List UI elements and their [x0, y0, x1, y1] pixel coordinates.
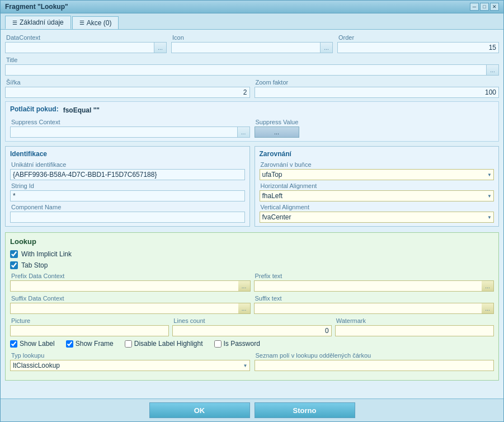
checkboxes-row: Show Label Show Frame Disable Label High… — [10, 340, 494, 348]
prefix-text-field-group: Prefix text ... — [254, 273, 494, 292]
componentname-field-group: Component Name — [10, 204, 245, 223]
show-label-group: Show Label — [10, 340, 55, 348]
tab-stop-checkbox[interactable] — [10, 261, 18, 269]
suffix-text-label: Suffix text — [254, 295, 494, 302]
suppress-section: Potlačit pokud: fsoEqual "" Suppress Con… — [5, 101, 499, 142]
tab-actions-label: Akce (0) — [87, 19, 112, 27]
suffix-text-input-wrapper: ... — [254, 303, 494, 314]
order-input[interactable] — [337, 42, 499, 53]
tab-basic-label: Základní údaje — [20, 18, 64, 26]
lookup-section: Lookup With Implicit Link Tab Stop Prefi… — [5, 232, 499, 381]
suffix-dc-input[interactable] — [10, 303, 238, 314]
prefix-text-browse-btn[interactable]: ... — [482, 280, 494, 292]
zoom-input[interactable] — [255, 87, 500, 98]
order-field-group: Order — [337, 34, 499, 53]
main-content: DataContext ... Icon ... Order Title — [1, 30, 503, 398]
footer-bar: OK Storno — [1, 398, 503, 421]
lines-count-input[interactable] — [172, 325, 331, 336]
prefix-dc-input-wrapper: ... — [10, 280, 251, 292]
picture-input[interactable] — [10, 325, 169, 336]
vert-align-select-wrapper: fvaCenter — [260, 212, 494, 223]
show-label-checkbox[interactable] — [10, 340, 17, 348]
suffix-text-browse-btn[interactable]: ... — [482, 303, 494, 314]
watermark-label: Watermark — [335, 317, 494, 324]
sirka-input[interactable] — [5, 87, 250, 98]
show-frame-checkbox[interactable] — [66, 340, 73, 348]
with-implicit-link-checkbox[interactable] — [10, 250, 18, 258]
zarovnani-title: Zarovnání — [260, 150, 494, 158]
is-password-checkbox[interactable] — [214, 340, 222, 348]
suppress-value-label: Suppress Value — [255, 119, 494, 125]
tab-actions[interactable]: ☰ Akce (0) — [72, 16, 119, 29]
icon-input[interactable] — [171, 42, 321, 53]
show-label-label: Show Label — [20, 340, 55, 348]
prefix-text-input[interactable] — [254, 280, 482, 292]
suppress-context-field-group: Suppress Context ... — [10, 119, 250, 138]
row-sirka-zoom: Šířka Zoom faktor — [5, 79, 499, 98]
suppress-value-field-group: Suppress Value ... — [255, 119, 494, 138]
seznam-poli-label: Seznam polí v lookupu oddělených čárkou — [255, 352, 494, 359]
cancel-button[interactable]: Storno — [255, 402, 355, 418]
picture-label: Picture — [10, 317, 169, 324]
minimize-button[interactable]: ─ — [470, 3, 479, 11]
horiz-align-label: Horizontal Alignment — [260, 182, 494, 189]
typ-lookupu-select[interactable]: ltClassicLookup — [10, 360, 250, 371]
suppress-context-input[interactable] — [10, 126, 238, 138]
uniqueid-input[interactable] — [10, 169, 245, 180]
suffix-dc-input-wrapper: ... — [10, 303, 251, 314]
seznam-poli-input[interactable] — [255, 360, 494, 371]
tab-bar: ☰ Základní údaje ☰ Akce (0) — [1, 13, 503, 30]
disable-label-highlight-group: Disable Label Highlight — [125, 340, 203, 348]
suffix-text-field-group: Suffix text ... — [254, 295, 494, 314]
watermark-input[interactable] — [335, 325, 494, 336]
disable-label-highlight-checkbox[interactable] — [125, 340, 132, 348]
datacontext-input-wrapper: ... — [5, 42, 167, 53]
horiz-align-select[interactable]: fhaLeft — [260, 190, 494, 201]
ok-button[interactable]: OK — [149, 402, 250, 418]
vert-align-select[interactable]: fvaCenter — [260, 212, 494, 223]
typ-lookupu-field-group: Typ lookupu ltClassicLookup — [10, 352, 250, 371]
show-frame-group: Show Frame — [66, 340, 114, 348]
datacontext-field-group: DataContext ... — [5, 34, 167, 53]
picture-field-group: Picture — [10, 317, 169, 336]
main-window: Fragment "Lookup" ─ □ ✕ ☰ Základní údaje… — [0, 0, 504, 422]
sirka-label: Šířka — [5, 79, 250, 86]
prefix-text-input-wrapper: ... — [254, 280, 494, 292]
cell-align-select-wrapper: ufaTop — [260, 169, 494, 180]
tab-stop-row: Tab Stop — [10, 261, 494, 269]
datacontext-input[interactable] — [5, 42, 154, 53]
suffix-dc-field-group: Suffix Data Context ... — [10, 295, 251, 314]
typ-lookupu-select-wrapper: ltClassicLookup — [10, 360, 250, 371]
suffix-text-input[interactable] — [254, 303, 482, 314]
datacontext-browse-btn[interactable]: ... — [154, 42, 167, 53]
title-browse-btn[interactable]: ... — [487, 64, 499, 76]
with-implicit-link-label: With Implicit Link — [21, 250, 72, 258]
stringid-input[interactable] — [10, 190, 245, 201]
cell-align-field-group: Zarovnání v buňce ufaTop — [260, 161, 494, 180]
close-button[interactable]: ✕ — [490, 3, 499, 11]
suppress-context-browse-btn[interactable]: ... — [238, 126, 250, 138]
icon-browse-btn[interactable]: ... — [321, 42, 333, 53]
title-field-group: Title ... — [5, 57, 499, 76]
suppress-row: Suppress Context ... Suppress Value ... — [10, 119, 494, 138]
cell-align-select[interactable]: ufaTop — [260, 169, 494, 180]
lookup-title: Lookup — [10, 237, 494, 246]
maximize-button[interactable]: □ — [480, 3, 489, 11]
vert-align-field-group: Vertical Alignment fvaCenter — [260, 204, 494, 223]
title-input[interactable] — [5, 64, 487, 76]
prefix-dc-label: Prefix Data Context — [10, 273, 251, 279]
icon-label: Icon — [171, 34, 333, 41]
prefix-row: Prefix Data Context ... Prefix text ... — [10, 273, 494, 292]
suffix-dc-browse-btn[interactable]: ... — [238, 303, 251, 314]
prefix-dc-browse-btn[interactable]: ... — [238, 280, 251, 292]
prefix-dc-input[interactable] — [10, 280, 238, 292]
title-label: Title — [5, 57, 499, 63]
tab-basic[interactable]: ☰ Základní údaje — [5, 16, 71, 29]
componentname-input[interactable] — [10, 212, 245, 223]
vert-align-label: Vertical Alignment — [260, 204, 494, 210]
picture-lines-watermark-row: Picture Lines count Watermark — [10, 317, 494, 336]
zarovnani-section: Zarovnání Zarovnání v buňce ufaTop Horiz… — [255, 146, 500, 227]
identifikace-section: Identifikace Unikátní identifikace Strin… — [5, 146, 250, 227]
suppress-value-btn[interactable]: ... — [255, 126, 299, 138]
is-password-group: Is Password — [214, 340, 260, 348]
